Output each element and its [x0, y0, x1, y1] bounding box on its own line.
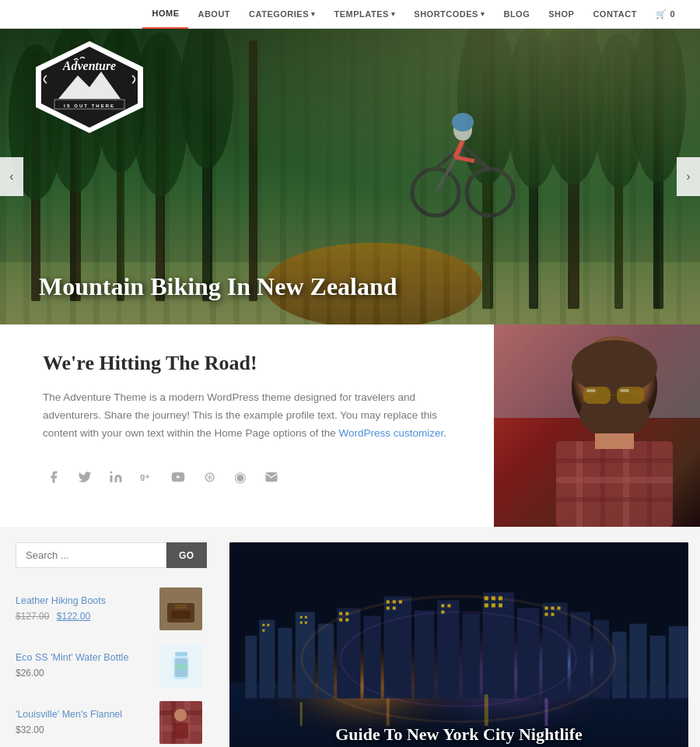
featured-post-image: [229, 542, 688, 747]
profile-section: We're Hitting The Road! The Adventure Th…: [0, 324, 700, 527]
product-thumbnail: [159, 701, 202, 744]
nav-blog[interactable]: BLOG: [494, 0, 539, 29]
product-link[interactable]: 'Louisville' Men's Flannel: [16, 709, 152, 720]
svg-text:g+: g+: [140, 472, 150, 481]
product-price-new: $122.00: [57, 611, 90, 622]
profile-body: The Adventure Theme is a modern WordPres…: [43, 389, 463, 443]
svg-rect-105: [650, 636, 666, 699]
logo[interactable]: Adventure IS OUT THERE: [31, 37, 148, 138]
twitter-icon[interactable]: [74, 466, 96, 488]
cart-count: 0: [670, 9, 675, 19]
nav-about[interactable]: ABOUT: [188, 0, 240, 29]
svg-rect-87: [245, 636, 257, 699]
profile-image: [494, 324, 700, 527]
svg-point-42: [110, 471, 113, 473]
svg-rect-122: [393, 606, 396, 609]
nav-shop[interactable]: SHOP: [539, 0, 583, 29]
svg-rect-55: [556, 441, 673, 527]
svg-rect-121: [387, 606, 390, 609]
dribbble-icon[interactable]: ◉: [229, 466, 251, 488]
hero-next-button[interactable]: ›: [677, 157, 700, 196]
hero-title: Mountain Biking In New Zealand: [39, 272, 397, 301]
product-price: $32.00: [16, 724, 44, 735]
svg-rect-100: [542, 602, 567, 698]
svg-rect-108: [267, 624, 269, 626]
profile-title: We're Hitting The Road!: [43, 352, 463, 375]
product-info: 'Louisville' Men's Flannel $32.00: [16, 709, 152, 736]
svg-point-48: [572, 340, 657, 395]
svg-text:Adventure: Adventure: [62, 59, 116, 72]
logo-badge-shape: Adventure IS OUT THERE: [35, 40, 144, 134]
search-button[interactable]: GO: [166, 542, 207, 568]
categories-chevron-icon: ▾: [311, 10, 316, 18]
github-icon[interactable]: ⊛: [198, 466, 220, 488]
svg-rect-131: [499, 603, 502, 607]
svg-rect-66: [171, 611, 191, 619]
hero-prev-button[interactable]: ‹: [0, 157, 23, 196]
svg-rect-70: [175, 652, 187, 656]
product-link[interactable]: Eco SS 'Mint' Water Bottle: [16, 652, 152, 663]
svg-rect-89: [278, 628, 292, 699]
svg-rect-98: [483, 592, 514, 698]
nav-contact[interactable]: CONTACT: [583, 0, 646, 29]
svg-rect-107: [262, 624, 264, 626]
sidebar: GO Leather Hiking Boots $127.00 $122.00: [0, 527, 218, 747]
nav-cart[interactable]: 🛒 0: [646, 0, 684, 29]
product-link[interactable]: Leather Hiking Boots: [16, 595, 152, 606]
featured-post-title: Guide To New York City Nightlife: [335, 724, 583, 745]
svg-rect-81: [173, 723, 188, 738]
nav-items: HOME ABOUT CATEGORIES ▾ TEMPLATES ▾ SHOR…: [142, 0, 684, 29]
svg-rect-124: [447, 604, 450, 607]
facebook-icon[interactable]: [43, 466, 65, 488]
product-thumbnail: [159, 587, 202, 630]
svg-rect-134: [558, 606, 561, 609]
product-item: Leather Hiking Boots $127.00 $122.00: [16, 587, 202, 630]
svg-rect-112: [300, 622, 303, 624]
search-bar: GO: [16, 542, 202, 568]
svg-rect-73: [175, 664, 187, 670]
templates-chevron-icon: ▾: [391, 10, 396, 18]
product-thumbnail: [159, 644, 202, 687]
svg-rect-54: [620, 389, 629, 392]
svg-rect-109: [262, 630, 264, 632]
google-plus-icon[interactable]: g+: [136, 466, 158, 488]
email-icon[interactable]: [261, 466, 282, 488]
svg-rect-110: [300, 616, 303, 619]
svg-rect-96: [437, 600, 459, 698]
youtube-icon[interactable]: [167, 466, 189, 488]
svg-rect-53: [586, 389, 596, 392]
svg-rect-136: [551, 613, 555, 616]
search-input[interactable]: [16, 542, 166, 568]
svg-point-80: [174, 709, 187, 721]
product-price-old: $127.00: [16, 611, 49, 622]
svg-rect-93: [363, 616, 380, 699]
svg-text:IS OUT THERE: IS OUT THERE: [64, 103, 115, 108]
svg-rect-138: [387, 698, 390, 725]
main-content: Guide To New York City Nightlife: [218, 527, 700, 747]
main-nav: HOME ABOUT CATEGORIES ▾ TEMPLATES ▾ SHOR…: [0, 0, 700, 29]
svg-rect-90: [296, 612, 315, 699]
svg-rect-123: [441, 604, 444, 607]
svg-rect-106: [669, 626, 688, 699]
profile-text-area: We're Hitting The Road! The Adventure Th…: [0, 324, 494, 527]
product-item: 'Louisville' Men's Flannel $32.00: [16, 701, 202, 744]
svg-rect-94: [384, 596, 411, 698]
two-col-layout: GO Leather Hiking Boots $127.00 $122.00: [0, 527, 700, 747]
svg-rect-63: [595, 433, 634, 449]
linkedin-icon[interactable]: [105, 466, 127, 488]
product-info: Leather Hiking Boots $127.00 $122.00: [16, 595, 152, 622]
nav-shortcodes[interactable]: SHORTCODES ▾: [404, 0, 494, 29]
product-item: Eco SS 'Mint' Water Bottle $26.00: [16, 644, 202, 687]
nav-categories[interactable]: CATEGORIES ▾: [240, 0, 324, 29]
cart-icon: 🛒: [656, 9, 667, 19]
featured-post[interactable]: Guide To New York City Nightlife: [229, 542, 688, 747]
product-price: $26.00: [16, 668, 44, 679]
nav-templates[interactable]: TEMPLATES ▾: [325, 0, 405, 29]
svg-rect-91: [318, 624, 334, 699]
customizer-link[interactable]: WordPress customizer: [338, 427, 443, 439]
shortcodes-chevron-icon: ▾: [481, 10, 485, 18]
social-icons-bar: g+ ⊛ ◉: [43, 466, 463, 488]
nav-home[interactable]: HOME: [142, 0, 188, 29]
svg-rect-130: [492, 603, 495, 607]
svg-rect-101: [571, 612, 590, 699]
